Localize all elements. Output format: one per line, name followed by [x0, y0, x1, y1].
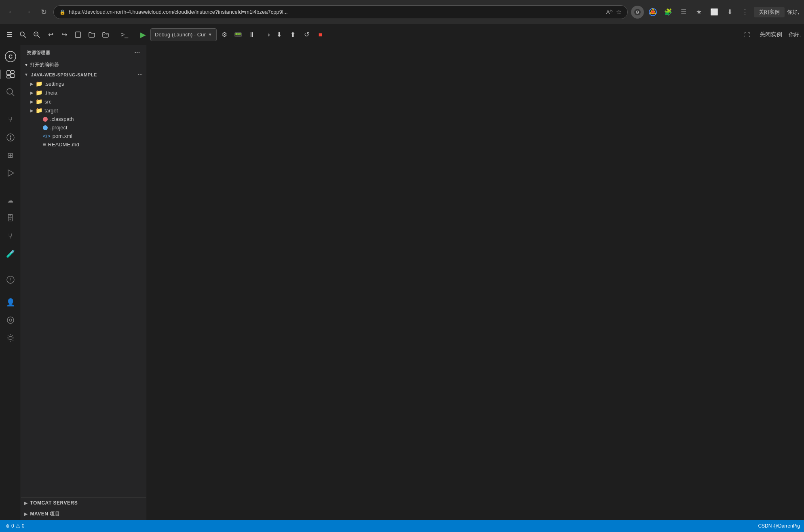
debug-restart-icon[interactable]: ↺ — [301, 29, 313, 41]
activity-run[interactable] — [2, 165, 19, 181]
svg-marker-22 — [8, 170, 14, 176]
bottom-panels: ▶ TOMCAT SERVERS ▶ MAVEN 项目 — [21, 497, 146, 520]
search-toolbar-icon[interactable] — [17, 29, 29, 41]
tree-item-theia[interactable]: ▶ 📁 .theia — [21, 88, 146, 97]
debug-step-over-icon[interactable]: ⟶ — [260, 29, 272, 41]
close-instance-toolbar-button[interactable]: 关闭实例 — [756, 30, 785, 40]
activity-cloud[interactable]: ☁ — [2, 192, 19, 209]
greeting-text: 你好, — [787, 8, 799, 16]
svg-rect-9 — [76, 32, 80, 38]
editor-area[interactable] — [146, 45, 804, 520]
svg-rect-16 — [7, 76, 10, 78]
svg-rect-21 — [10, 137, 11, 140]
project-header-icons: ⋯ — [137, 72, 143, 78]
settings-folder-icon: 📁 — [36, 80, 42, 87]
readme-label: README.md — [48, 141, 79, 148]
warning-icon: ⚠ — [16, 523, 20, 529]
gear-bottom-icon[interactable] — [2, 330, 19, 346]
tab-groups-icon[interactable]: ⬜ — [708, 6, 721, 19]
debug-stop-icon[interactable]: ■ — [314, 29, 327, 41]
activity-scm[interactable]: ⑂ — [2, 112, 19, 128]
project-more-icon[interactable]: ⋯ — [137, 72, 143, 78]
tree-item-settings[interactable]: ▶ 📁 .settings — [21, 79, 146, 88]
activity-extensions[interactable]: ⊞ — [2, 147, 19, 163]
debug-play-button[interactable]: ▶ — [137, 29, 149, 40]
activity-debug[interactable] — [2, 129, 19, 146]
refresh-button[interactable]: ↻ — [37, 6, 50, 19]
tree-item-target[interactable]: ▶ 📁 target — [21, 106, 146, 115]
readme-icon: ≡ — [43, 141, 46, 148]
forward-button[interactable]: → — [21, 6, 34, 19]
tree-item-readme[interactable]: ≡ README.md — [21, 140, 146, 149]
open-folder-icon[interactable] — [99, 29, 112, 41]
extension-icon[interactable]: ⚙ — [631, 6, 644, 19]
debug-console-icon[interactable]: 📟 — [232, 29, 244, 41]
address-bar[interactable]: 🔒 https://devcloud.cn-north-4.huaweiclou… — [53, 5, 628, 19]
classpath-dot-icon — [43, 117, 48, 122]
settings-label: .settings — [44, 81, 64, 87]
project-dot-icon — [43, 125, 48, 130]
separator-2 — [134, 30, 134, 40]
new-file-icon[interactable] — [72, 29, 84, 41]
activity-git[interactable]: ⑂ — [2, 228, 19, 244]
sidebar-header: 资源管理器 ⋯ — [21, 45, 146, 60]
main-layout: C ⑂ ⊞ ☁ 🗄 ⑂ 🧪 ! 👤 — [0, 45, 804, 520]
activity-person[interactable]: 👤 — [2, 294, 19, 310]
new-file-sidebar-icon[interactable]: ⋯ — [134, 49, 140, 56]
activity-flask[interactable]: 🧪 — [2, 246, 19, 262]
search2-icon[interactable] — [31, 29, 43, 41]
redo-icon[interactable]: ↪ — [58, 29, 70, 41]
maven-panel[interactable]: ▶ MAVEN 项目 — [21, 508, 146, 520]
tree-item-src[interactable]: ▶ 📁 src — [21, 97, 146, 106]
close-instance-button[interactable]: 关闭实例 — [754, 7, 785, 17]
toolbar-right: ⛶ 关闭实例 你好, — [741, 30, 801, 40]
activity-settings[interactable] — [2, 312, 19, 328]
error-count: 0 — [11, 523, 14, 529]
tomcat-arrow: ▶ — [24, 501, 28, 505]
svg-rect-13 — [7, 71, 10, 75]
extensions-icon[interactable]: 🧩 — [662, 6, 675, 19]
project-header[interactable]: ▼ JAVA-WEB-SPRING-SAMPLE ⋯ — [21, 70, 146, 79]
tree-item-pom[interactable]: </> pom.xml — [21, 132, 146, 140]
activity-bar: C ⑂ ⊞ ☁ 🗄 ⑂ 🧪 ! 👤 — [0, 45, 21, 520]
tomcat-panel[interactable]: ▶ TOMCAT SERVERS — [21, 498, 146, 508]
browser-chrome: ← → ↻ 🔒 https://devcloud.cn-north-4.huaw… — [0, 0, 804, 24]
terminal-icon[interactable]: >_ — [118, 29, 131, 41]
menu-icon[interactable]: ⋮ — [739, 6, 751, 19]
back-button[interactable]: ← — [5, 6, 18, 19]
debug-step-out-icon[interactable]: ⬆ — [287, 29, 299, 41]
star-icon[interactable]: ☆ — [616, 8, 622, 16]
sidebar-title: 资源管理器 — [27, 50, 51, 56]
tree-item-classpath[interactable]: .classpath — [21, 115, 146, 123]
debug-settings-icon[interactable]: ⚙ — [218, 29, 230, 41]
user-greeting-text: 你好, — [789, 31, 801, 38]
maven-arrow: ▶ — [24, 512, 28, 516]
new-folder-icon[interactable] — [86, 29, 98, 41]
bookmarks-icon[interactable]: ★ — [692, 6, 705, 19]
sidebar-header-icons: ⋯ — [134, 49, 140, 56]
tree-item-project[interactable]: .project — [21, 123, 146, 132]
debug-config-dropdown[interactable]: Debug (Launch) - Cur ▼ — [150, 28, 217, 41]
activity-database[interactable]: 🗄 — [2, 210, 19, 226]
src-folder-icon: 📁 — [36, 98, 42, 105]
open-editors-section[interactable]: ▼ 打开的编辑器 — [21, 60, 146, 70]
svg-rect-15 — [11, 74, 14, 78]
target-folder-icon: 📁 — [36, 107, 42, 114]
debug-pause-icon[interactable]: ⏸ — [246, 29, 258, 41]
sidebar-toggle-icon[interactable]: ☰ — [677, 6, 690, 19]
activity-logo[interactable]: C — [2, 49, 19, 65]
undo-icon[interactable]: ↩ — [44, 29, 57, 41]
activity-explorer[interactable] — [2, 66, 19, 82]
warning-count: 0 — [22, 523, 25, 529]
open-editors-arrow: ▼ — [24, 63, 28, 67]
hamburger-icon[interactable]: ☰ — [3, 29, 15, 41]
activity-search[interactable] — [2, 84, 19, 100]
fullscreen-button[interactable]: ⛶ — [741, 30, 753, 40]
translate-icon: Aあ — [606, 8, 613, 15]
chrome-icon[interactable] — [646, 6, 659, 19]
activity-notification[interactable]: ! — [2, 272, 19, 288]
status-errors[interactable]: ⊗ 0 ⚠ 0 — [4, 520, 26, 532]
debug-step-into-icon[interactable]: ⬇ — [273, 29, 285, 41]
svg-point-25 — [7, 317, 14, 323]
download-icon[interactable]: ⬇ — [723, 6, 736, 19]
